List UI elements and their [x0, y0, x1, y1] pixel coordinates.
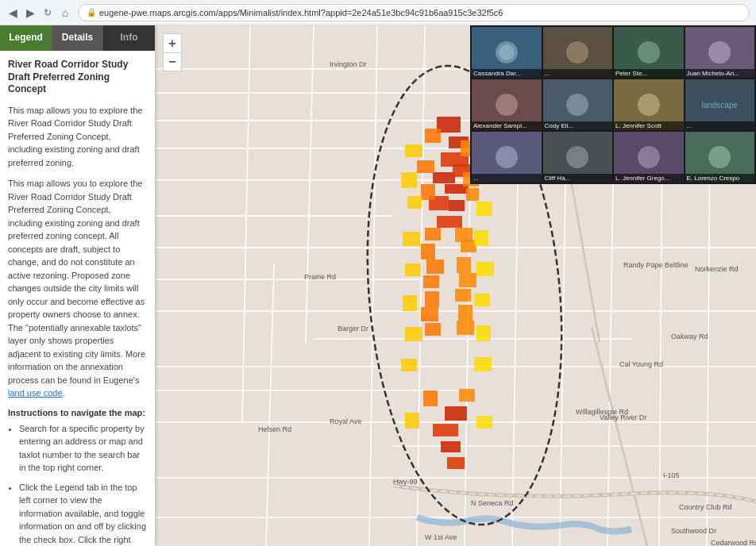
svg-rect-82	[405, 413, 419, 429]
video-grid: Cassandra Dar... ... Peter Ste... Juan M…	[470, 25, 756, 184]
svg-text:Cal Young Rd: Cal Young Rd	[619, 360, 663, 368]
video-participant-2: ...	[543, 27, 613, 78]
forward-button[interactable]: ▶	[24, 6, 37, 19]
svg-rect-56	[423, 275, 439, 288]
svg-rect-52	[421, 244, 435, 260]
video-name-2: ...	[543, 69, 613, 78]
video-participant-9: ...	[472, 132, 542, 183]
land-use-link[interactable]: land use code	[8, 388, 63, 398]
svg-rect-59	[455, 289, 471, 302]
svg-text:Norkenzie Rd: Norkenzie Rd	[695, 265, 739, 273]
svg-rect-66	[405, 144, 422, 157]
zoom-in-button[interactable]: +	[163, 33, 182, 52]
video-name-10: Cliff Ha...	[543, 174, 613, 183]
svg-rect-46	[417, 160, 434, 173]
svg-rect-70	[407, 196, 422, 209]
video-participant-3: Peter Ste...	[614, 27, 684, 78]
sidebar-tabs: Legend Details Info	[0, 25, 155, 51]
svg-rect-74	[405, 263, 421, 276]
svg-rect-41	[433, 424, 458, 436]
svg-text:N Seneca Rd: N Seneca Rd	[471, 499, 514, 507]
tab-details[interactable]: Details	[52, 25, 103, 51]
video-name-8: ...	[685, 121, 755, 130]
address-bar[interactable]: 🔒 eugene-pwe.maps.arcgis.com/apps/Minima…	[78, 4, 750, 21]
video-name-6: Cody Ell...	[543, 121, 613, 130]
video-participant-8: landscape ...	[685, 79, 755, 130]
svg-rect-58	[425, 291, 439, 307]
svg-rect-48	[421, 184, 435, 200]
svg-rect-60	[421, 307, 438, 321]
svg-rect-68	[401, 172, 417, 188]
video-participant-6: Cody Ell...	[543, 79, 613, 130]
instruction-2: Click the Legend tab in the top left cor…	[19, 481, 147, 546]
video-name-12: E. Lorenzo Crespo	[685, 174, 755, 183]
video-participant-4: Juan Michelo-An...	[685, 27, 755, 78]
svg-text:Oakway Rd: Oakway Rd	[671, 333, 708, 340]
svg-rect-55	[457, 257, 471, 273]
svg-rect-64	[423, 390, 438, 406]
svg-text:Barger Dr: Barger Dr	[338, 325, 368, 333]
url-text: eugene-pwe.maps.arcgis.com/apps/Minimali…	[99, 8, 503, 17]
video-participant-11: L. Jennifer Grego...	[614, 132, 684, 183]
lock-icon: 🔒	[87, 8, 96, 17]
sidebar-desc1: This map allows you to explore the River…	[8, 104, 147, 170]
svg-rect-44	[425, 129, 441, 143]
instructions-list: Search for a specific property by enteri…	[8, 422, 147, 546]
svg-text:I-105: I-105	[663, 471, 680, 479]
instruction-1: Search for a specific property by enteri…	[19, 422, 147, 475]
svg-rect-80	[401, 359, 417, 371]
video-participant-10: Cliff Ha...	[543, 132, 613, 183]
svg-rect-43	[447, 457, 465, 469]
svg-text:Hwy-99: Hwy-99	[393, 478, 418, 486]
instructions-title: Instructions to navigate the map:	[8, 408, 147, 417]
video-participant-5: Alexander Sampl...	[472, 79, 542, 130]
map-zoom-controls: + −	[163, 33, 182, 71]
home-button[interactable]: ⌂	[59, 6, 71, 19]
back-button[interactable]: ◀	[6, 6, 19, 19]
tab-legend[interactable]: Legend	[0, 25, 52, 51]
video-name-1: Cassandra Dar...	[472, 69, 542, 78]
video-name-3: Peter Ste...	[614, 69, 684, 78]
road-label-irvington: Irvington Dr	[330, 60, 367, 68]
sidebar-title: River Road Corridor Study Draft Preferre…	[8, 59, 147, 96]
svg-rect-76	[403, 295, 417, 311]
browser-chrome: ◀ ▶ ↻ ⌂ 🔒 eugene-pwe.maps.arcgis.com/app…	[0, 0, 756, 25]
svg-rect-42	[441, 441, 461, 452]
video-name-9: ...	[472, 174, 542, 183]
svg-rect-50	[425, 228, 441, 240]
svg-rect-65	[459, 389, 475, 402]
svg-rect-77	[474, 294, 490, 306]
svg-text:W 1st Ave: W 1st Ave	[425, 533, 457, 541]
svg-rect-39	[437, 216, 462, 228]
svg-rect-79	[476, 325, 491, 341]
svg-text:Country Club Rd: Country Club Rd	[679, 503, 732, 511]
svg-rect-49	[466, 188, 479, 201]
svg-rect-78	[405, 327, 422, 341]
svg-rect-63	[457, 321, 474, 335]
reload-button[interactable]: ↻	[41, 6, 54, 19]
sidebar: Legend Details Info River Road Corridor …	[0, 25, 155, 546]
svg-text:Royal Ave: Royal Ave	[330, 417, 361, 425]
video-participant-7: L. Jennifer Scott	[614, 79, 684, 130]
svg-text:Willagillespie Rd: Willagillespie Rd	[576, 408, 628, 416]
svg-text:Cedarwood Rd: Cedarwood Rd	[711, 539, 756, 546]
svg-rect-54	[426, 260, 444, 274]
svg-rect-34	[433, 172, 455, 183]
video-participant-12: E. Lorenzo Crespo	[685, 132, 755, 183]
video-name-5: Alexander Sampl...	[472, 121, 542, 130]
svg-text:Randy Pape Beltline: Randy Pape Beltline	[623, 261, 688, 269]
svg-rect-61	[458, 305, 472, 321]
sidebar-content: River Road Corridor Study Draft Preferre…	[0, 51, 155, 546]
video-participant-1: Cassandra Dar...	[472, 27, 542, 78]
svg-rect-83	[476, 416, 492, 429]
svg-text:Helsen Rd: Helsen Rd	[258, 425, 291, 433]
map-area[interactable]: Irvington Dr Maxwell Rd Prairie Rd Barge…	[155, 25, 756, 546]
video-name-11: L. Jennifer Grego...	[614, 174, 684, 183]
app-container: Legend Details Info River Road Corridor …	[0, 25, 756, 546]
browser-nav-controls: ◀ ▶ ↻ ⌂	[6, 6, 71, 19]
zoom-out-button[interactable]: −	[163, 52, 182, 71]
svg-text:Prairie Rd: Prairie Rd	[304, 273, 336, 281]
svg-rect-40	[445, 406, 467, 421]
tab-info[interactable]: Info	[103, 25, 155, 51]
sidebar-desc2: This map allows you to explore the River…	[8, 177, 147, 400]
